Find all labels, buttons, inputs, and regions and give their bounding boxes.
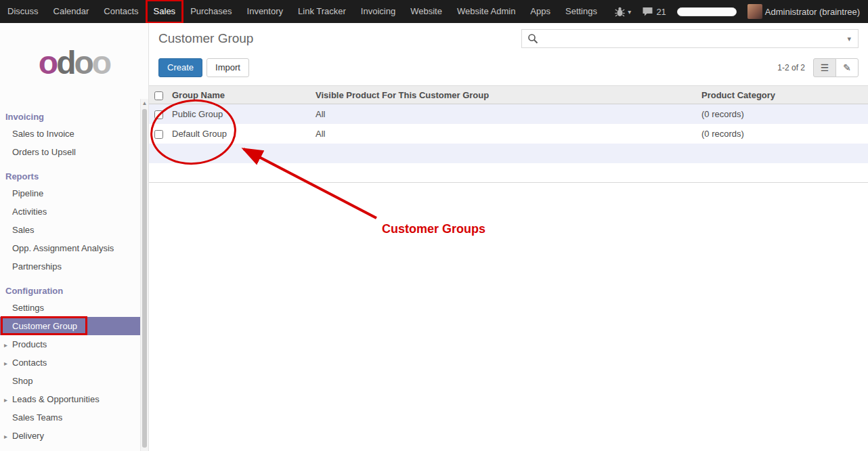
annotation-label: Customer Groups [382, 222, 485, 236]
cell-group-name[interactable]: Default Group [168, 124, 311, 144]
sidebar-item-label: Sales to Invoice [12, 129, 74, 139]
sidebar-item-label: Shop [12, 376, 32, 386]
cell-product-category[interactable]: (0 records) [697, 104, 868, 124]
main-content: Customer Group ▾ Create Import 1-2 of 2 … [149, 23, 868, 451]
action-bar: Create Import 1-2 of 2 ☰ ✎ [149, 54, 868, 85]
search-box[interactable]: ▾ [521, 29, 859, 48]
user-menu[interactable]: Administrator (braintree) [747, 4, 860, 19]
sidebar-item-pipeline[interactable]: Pipeline [0, 184, 140, 202]
nav-item-contacts[interactable]: Contacts [96, 0, 146, 23]
logo-letter: o [92, 44, 110, 81]
submenu-arrow-icon: ▸ [4, 358, 7, 368]
sidebar-item-sales[interactable]: Sales [0, 221, 140, 239]
select-all-checkbox[interactable] [154, 91, 163, 100]
table-header-row: Group Name Visible Product For This Cust… [149, 86, 868, 104]
sidebar-item-label: Partnerships [12, 261, 62, 272]
navbar-systray: ▾ 21 Administrator (braintree) [615, 4, 868, 19]
cell-group-name[interactable]: Public Group [168, 104, 311, 124]
sidebar-item-label: Orders to Upsell [12, 147, 76, 157]
sidebar-heading-invoicing: Invoicing [0, 107, 140, 125]
sidebar-item-leads-opportunities[interactable]: ▸Leads & Opportunities [0, 390, 140, 408]
message-count-badge: 21 [656, 7, 666, 17]
cell-visible-product[interactable]: All [311, 104, 697, 124]
logo-letter: d [56, 44, 74, 81]
sidebar-item-label: Leads & Opportunities [12, 394, 100, 404]
pager-label: 1-2 of 2 [777, 63, 805, 72]
sidebar-item-label: Sales [12, 225, 35, 235]
sidebar-item-customer-group[interactable]: Customer Group [0, 317, 140, 335]
odoo-logo: odoo [0, 23, 148, 102]
sidebar-heading-reports: Reports [0, 167, 140, 184]
user-name-label: Administrator (braintree) [765, 7, 860, 17]
sidebar-item-sales-to-invoice[interactable]: Sales to Invoice [0, 125, 140, 143]
nav-item-link-tracker[interactable]: Link Tracker [290, 0, 353, 23]
sidebar-item-label: Settings [12, 303, 44, 313]
nav-item-sales[interactable]: Sales [146, 0, 183, 23]
sidebar-item-products[interactable]: ▸Products [0, 335, 140, 353]
column-header-visible-product[interactable]: Visible Product For This Customer Group [311, 86, 697, 104]
list-icon: ☰ [821, 62, 829, 73]
nav-item-apps[interactable]: Apps [523, 0, 558, 23]
table-row[interactable]: Default Group All (0 records) [149, 124, 868, 144]
row-checkbox[interactable] [154, 110, 163, 119]
nav-item-inventory[interactable]: Inventory [240, 0, 290, 23]
view-switcher: ☰ ✎ [813, 58, 859, 77]
sidebar-scrollbar[interactable]: ▲ [140, 99, 148, 451]
sidebar-item-label: Contacts [12, 358, 47, 368]
sidebar-item-sales-teams[interactable]: Sales Teams [0, 408, 140, 427]
submenu-arrow-icon: ▸ [4, 395, 7, 405]
sidebar-item-opp-assignment-analysis[interactable]: Opp. Assignment Analysis [0, 239, 140, 257]
avatar [747, 4, 762, 19]
sidebar-item-settings[interactable]: Settings [0, 299, 140, 317]
sidebar-item-contacts[interactable]: ▸Contacts [0, 353, 140, 372]
sidebar-item-label: Customer Group [12, 321, 77, 331]
sidebar-item-label: Products [12, 339, 47, 349]
timer-pill[interactable] [677, 7, 737, 16]
messages-button[interactable]: 21 [642, 7, 666, 17]
logo-letter: o [39, 44, 56, 81]
column-header-product-category[interactable]: Product Category [697, 86, 868, 104]
logo-letter: o [74, 44, 92, 81]
nav-item-website-admin[interactable]: Website Admin [450, 0, 523, 23]
sidebar-item-shop[interactable]: Shop [0, 372, 140, 390]
cell-visible-product[interactable]: All [311, 124, 697, 144]
sidebar-heading-configuration: Configuration [0, 281, 140, 299]
form-view-button[interactable]: ✎ [836, 58, 859, 77]
nav-item-website[interactable]: Website [403, 0, 450, 23]
sidebar-item-orders-to-upsell[interactable]: Orders to Upsell [0, 143, 140, 161]
debug-menu-toggle[interactable]: ▾ [615, 7, 631, 17]
sidebar-item-label: Delivery [12, 431, 44, 441]
nav-item-purchases[interactable]: Purchases [183, 0, 239, 23]
sidebar-item-partnerships[interactable]: Partnerships [0, 257, 140, 276]
sidebar-item-label: Sales Teams [12, 412, 62, 423]
nav-item-discuss[interactable]: Discuss [0, 0, 46, 23]
sidebar-item-label: Activities [12, 207, 47, 217]
sidebar-item-label: Pipeline [12, 188, 43, 198]
search-filters-caret-icon[interactable]: ▾ [846, 35, 852, 43]
edit-icon: ✎ [843, 62, 851, 73]
nav-item-invoicing[interactable]: Invoicing [353, 0, 403, 23]
table-row[interactable]: Public Group All (0 records) [149, 104, 868, 124]
sidebar: odoo Invoicing Sales to Invoice Orders t… [0, 23, 149, 451]
row-checkbox[interactable] [154, 130, 163, 139]
table-filler-row [149, 163, 868, 183]
cell-product-category[interactable]: (0 records) [697, 124, 868, 144]
sidebar-menu: Invoicing Sales to Invoice Orders to Ups… [0, 107, 140, 445]
scroll-up-icon[interactable]: ▲ [141, 99, 148, 108]
import-button[interactable]: Import [207, 58, 249, 77]
bug-icon [615, 7, 625, 17]
nav-item-settings[interactable]: Settings [558, 0, 605, 23]
column-header-group-name[interactable]: Group Name [168, 86, 311, 104]
list-view-button[interactable]: ☰ [813, 58, 836, 77]
page-title: Customer Group [158, 31, 253, 46]
search-icon [527, 33, 538, 44]
sidebar-item-delivery[interactable]: ▸Delivery [0, 427, 140, 445]
sidebar-item-activities[interactable]: Activities [0, 202, 140, 221]
customer-group-table: Group Name Visible Product For This Cust… [149, 85, 868, 183]
app-window: Discuss Calendar Contacts Sales Purchase… [0, 0, 868, 451]
create-button[interactable]: Create [158, 58, 202, 77]
scrollbar-thumb[interactable] [142, 109, 147, 448]
search-input[interactable] [538, 34, 846, 44]
submenu-arrow-icon: ▸ [4, 340, 7, 350]
nav-item-calendar[interactable]: Calendar [46, 0, 97, 23]
